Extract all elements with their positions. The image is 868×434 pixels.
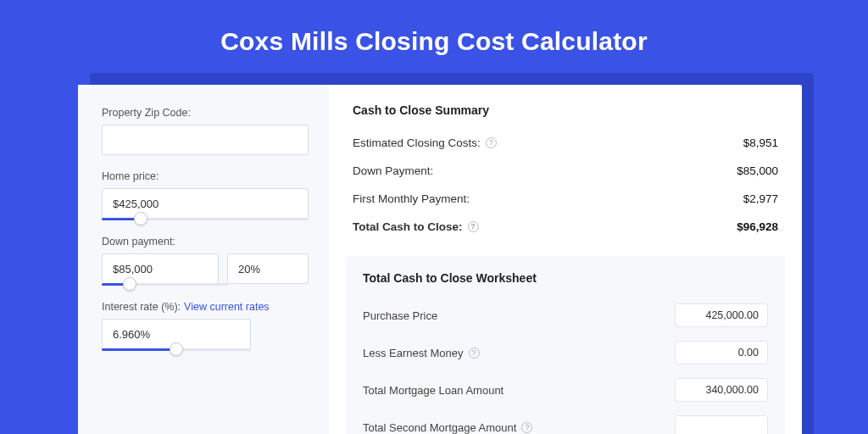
worksheet-heading: Total Cash to Close Worksheet [363, 271, 768, 285]
help-icon[interactable]: ? [521, 422, 532, 433]
summary-row: First Monthly Payment:$2,977 [353, 185, 778, 213]
summary-row-label: Estimated Closing Costs:? [353, 136, 497, 149]
home-price-slider-knob[interactable] [134, 212, 147, 225]
interest-field: Interest rate (%): View current rates [102, 301, 309, 351]
summary-row: Down Payment:$85,000 [353, 157, 778, 185]
worksheet-row: Total Mortgage Loan Amount340,000.00 [363, 371, 768, 409]
worksheet-list: Purchase Price425,000.00Less Earnest Mon… [363, 297, 768, 434]
summary-row-value: $96,928 [737, 220, 778, 233]
calculator-card: Property Zip Code: Home price: Down paym… [78, 85, 802, 434]
summary-row-value: $85,000 [737, 164, 778, 177]
down-payment-pct-input[interactable] [227, 253, 309, 284]
worksheet-row-label: Total Second Mortgage Amount? [363, 421, 532, 434]
summary-row-label: Down Payment: [353, 164, 433, 177]
worksheet-row-label-text: Purchase Price [363, 309, 437, 322]
view-rates-link[interactable]: View current rates [184, 301, 270, 313]
worksheet-row-label-text: Total Second Mortgage Amount [363, 421, 516, 434]
summary-row: Total Cash to Close:?$96,928 [353, 213, 778, 241]
summary-row-label-text: Total Cash to Close: [353, 220, 463, 233]
worksheet-row-value[interactable]: 340,000.00 [675, 378, 768, 402]
summary-row-label-text: First Monthly Payment: [353, 192, 470, 205]
zip-field: Property Zip Code: [102, 107, 309, 155]
results-panel: Cash to Close Summary Estimated Closing … [329, 85, 802, 434]
help-icon[interactable]: ? [469, 348, 480, 359]
worksheet-row-label-text: Less Earnest Money [363, 347, 464, 359]
summary-row-label: Total Cash to Close:? [353, 220, 479, 233]
zip-input[interactable] [102, 125, 309, 155]
worksheet-row-label: Total Mortgage Loan Amount [363, 384, 504, 397]
worksheet-row-value[interactable]: 425,000.00 [675, 303, 768, 327]
worksheet-section: Total Cash to Close Worksheet Purchase P… [346, 256, 785, 434]
worksheet-row: Total Second Mortgage Amount? [363, 409, 768, 434]
help-icon[interactable]: ? [486, 137, 497, 148]
worksheet-row-value[interactable]: 0.00 [675, 341, 768, 364]
worksheet-row-label: Less Earnest Money? [363, 347, 480, 359]
interest-slider-fill [102, 348, 176, 351]
down-payment-slider[interactable] [102, 283, 228, 286]
down-payment-input[interactable] [102, 253, 219, 284]
home-price-slider[interactable] [102, 218, 309, 220]
down-payment-slider-knob[interactable] [123, 277, 136, 291]
summary-heading: Cash to Close Summary [353, 103, 778, 117]
help-icon[interactable]: ? [468, 221, 479, 232]
summary-row-value: $8,951 [743, 136, 778, 149]
inputs-panel: Property Zip Code: Home price: Down paym… [78, 85, 329, 434]
worksheet-row-label: Purchase Price [363, 309, 437, 322]
interest-label: Interest rate (%): View current rates [102, 301, 309, 313]
worksheet-row: Less Earnest Money?0.00 [363, 334, 768, 371]
worksheet-row: Purchase Price425,000.00 [363, 297, 768, 334]
down-payment-label: Down payment: [102, 236, 309, 248]
home-price-field: Home price: [102, 170, 309, 220]
summary-row: Estimated Closing Costs:?$8,951 [353, 129, 778, 157]
summary-row-value: $2,977 [743, 192, 778, 205]
home-price-label: Home price: [102, 170, 309, 182]
page-title: Coxs Mills Closing Cost Calculator [0, 0, 868, 56]
interest-label-prefix: Interest rate (%): [102, 301, 181, 313]
home-price-input[interactable] [102, 188, 309, 219]
worksheet-row-value[interactable] [675, 415, 768, 434]
summary-row-label: First Monthly Payment: [353, 192, 470, 205]
worksheet-row-label-text: Total Mortgage Loan Amount [363, 384, 504, 397]
down-payment-field: Down payment: [102, 236, 309, 286]
section-divider [353, 241, 778, 256]
summary-list: Estimated Closing Costs:?$8,951Down Paym… [353, 129, 778, 241]
summary-row-label-text: Estimated Closing Costs: [353, 136, 481, 149]
interest-slider-knob[interactable] [170, 342, 183, 356]
summary-row-label-text: Down Payment: [353, 164, 433, 177]
interest-slider[interactable] [102, 348, 251, 351]
zip-label: Property Zip Code: [102, 107, 309, 119]
